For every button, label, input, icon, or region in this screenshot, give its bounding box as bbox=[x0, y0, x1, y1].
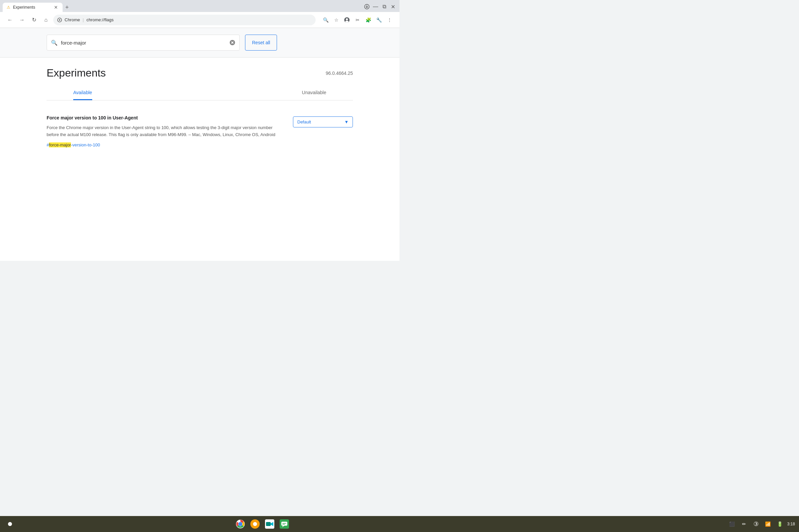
profile-icon bbox=[344, 17, 350, 23]
dropdown-value: Default bbox=[297, 119, 311, 125]
toolbar-icons: 🔍 ☆ ✂ 🧩 🔧 ⋮ bbox=[321, 15, 394, 25]
flag-item: Force major version to 100 in User-Agent… bbox=[47, 109, 353, 154]
version-text: 96.0.4664.25 bbox=[326, 71, 353, 76]
url-bar[interactable]: Chrome | chrome://flags bbox=[53, 15, 316, 25]
tab-close-button[interactable]: ✕ bbox=[53, 5, 59, 10]
search-section: 🔍 Reset all bbox=[0, 28, 400, 58]
flag-title: Force major version to 100 in User-Agent bbox=[47, 115, 280, 120]
reload-button[interactable]: ↻ bbox=[29, 15, 39, 25]
window-controls: — ⧉ ✕ bbox=[363, 3, 400, 12]
page-content: 🔍 Reset all Experiments 96.0.4664.25 bbox=[0, 28, 400, 261]
flag-dropdown-container: Default ▼ bbox=[293, 115, 353, 128]
forward-button[interactable]: → bbox=[17, 15, 26, 25]
ext-button[interactable]: 🔧 bbox=[374, 15, 384, 25]
home-button[interactable]: ⌂ bbox=[41, 15, 51, 25]
search-input[interactable] bbox=[61, 40, 226, 45]
reset-all-button[interactable]: Reset all bbox=[245, 35, 277, 51]
tab-unavailable[interactable]: Unavailable bbox=[302, 86, 353, 100]
back-button[interactable]: ← bbox=[5, 15, 15, 25]
experiments-header: Experiments 96.0.4664.25 bbox=[47, 58, 353, 86]
svg-point-5 bbox=[345, 21, 349, 23]
tab-bar: ⚠ Experiments ✕ + — ⧉ ✕ bbox=[0, 0, 400, 12]
url-scheme: Chrome bbox=[64, 17, 80, 22]
download-button[interactable] bbox=[363, 3, 371, 11]
secure-icon bbox=[57, 18, 62, 22]
maximize-button[interactable]: ⧉ bbox=[380, 3, 388, 11]
svg-point-4 bbox=[346, 18, 348, 20]
flag-dropdown[interactable]: Default ▼ bbox=[293, 116, 353, 128]
clear-search-button[interactable] bbox=[229, 40, 235, 45]
url-path: chrome://flags bbox=[87, 17, 114, 22]
page-title: Experiments bbox=[47, 67, 106, 79]
bookmark-button[interactable]: ☆ bbox=[332, 15, 341, 25]
chevron-down-icon: ▼ bbox=[344, 119, 349, 125]
browser-window: ⚠ Experiments ✕ + — ⧉ ✕ ← → ↻ ⌂ bbox=[0, 0, 400, 261]
search-box: 🔍 bbox=[47, 35, 240, 51]
flag-text: Force the Chrome major version in the Us… bbox=[47, 125, 280, 138]
tab-available[interactable]: Available bbox=[73, 86, 92, 100]
main-content: Experiments 96.0.4664.25 Available Unava… bbox=[0, 58, 400, 154]
flag-link-highlighted: force-major bbox=[49, 142, 71, 147]
svg-point-2 bbox=[59, 19, 60, 21]
search-icon: 🔍 bbox=[51, 40, 58, 46]
tabs-container: Available Unavailable bbox=[47, 86, 353, 100]
menu-button[interactable]: ⋮ bbox=[385, 15, 394, 25]
flag-description: Force major version to 100 in User-Agent… bbox=[47, 115, 280, 148]
search-toolbar-button[interactable]: 🔍 bbox=[321, 15, 330, 25]
tab-title: Experiments bbox=[13, 5, 35, 10]
close-button[interactable]: ✕ bbox=[389, 3, 397, 11]
address-bar: ← → ↻ ⌂ Chrome | chrome://flags 🔍 ☆ ✂ bbox=[0, 12, 400, 28]
cut-button[interactable]: ✂ bbox=[353, 15, 362, 25]
flag-link[interactable]: #force-major-version-to-100 bbox=[47, 142, 100, 147]
url-separator: | bbox=[82, 17, 83, 22]
flag-link-suffix: -version-to-100 bbox=[71, 142, 100, 147]
clear-icon bbox=[229, 40, 235, 45]
tab-favicon: ⚠ bbox=[7, 5, 10, 10]
active-tab[interactable]: ⚠ Experiments ✕ bbox=[3, 3, 62, 12]
new-tab-button[interactable]: + bbox=[62, 3, 72, 12]
puzzle-button[interactable]: 🧩 bbox=[364, 15, 373, 25]
profile-button[interactable] bbox=[342, 15, 352, 25]
minimize-button[interactable]: — bbox=[372, 3, 379, 11]
